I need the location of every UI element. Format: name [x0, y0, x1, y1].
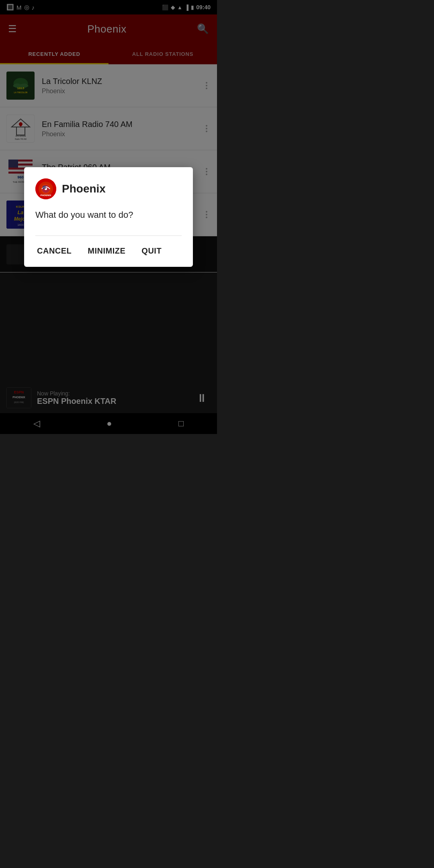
cancel-button[interactable]: CANCEL: [35, 243, 73, 259]
dialog-overlay: PHOENIX Phoenix What do you want to do? …: [0, 0, 217, 434]
dialog-app-logo: PHOENIX: [35, 178, 56, 199]
svg-text:PHOENIX: PHOENIX: [40, 194, 51, 197]
svg-rect-26: [43, 186, 46, 189]
dialog-buttons: CANCEL MINIMIZE QUIT: [35, 235, 182, 259]
dialog: PHOENIX Phoenix What do you want to do? …: [24, 167, 193, 267]
quit-button[interactable]: QUIT: [140, 243, 163, 259]
dialog-header: PHOENIX Phoenix: [35, 178, 182, 199]
minimize-button[interactable]: MINIMIZE: [86, 243, 127, 259]
dialog-message: What do you want to do?: [35, 209, 182, 221]
dialog-title: Phoenix: [62, 182, 106, 195]
